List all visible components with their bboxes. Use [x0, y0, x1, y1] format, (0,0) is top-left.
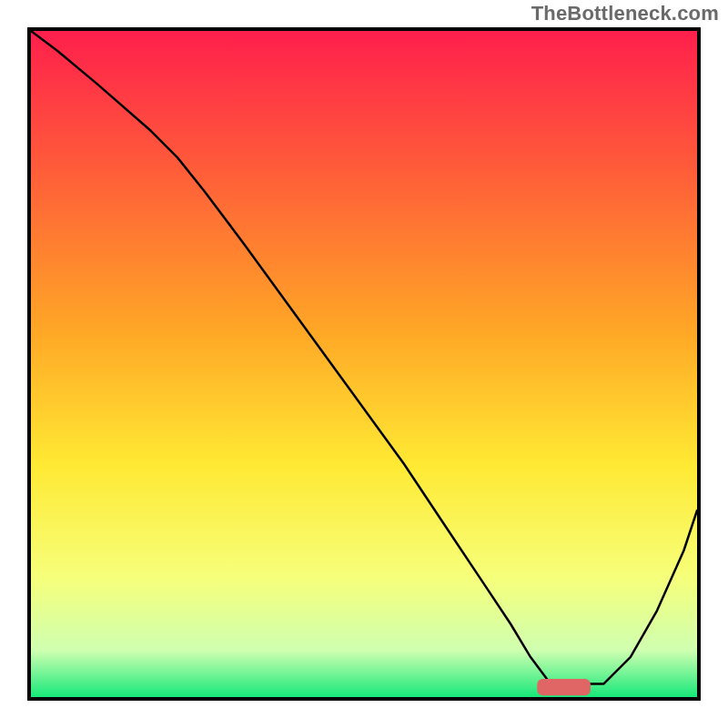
chart-frame: TheBottleneck.com: [0, 0, 728, 728]
optimal-marker: [31, 31, 697, 697]
plot-area: [27, 27, 701, 701]
watermark-text: TheBottleneck.com: [531, 2, 719, 25]
svg-rect-1: [537, 679, 591, 695]
